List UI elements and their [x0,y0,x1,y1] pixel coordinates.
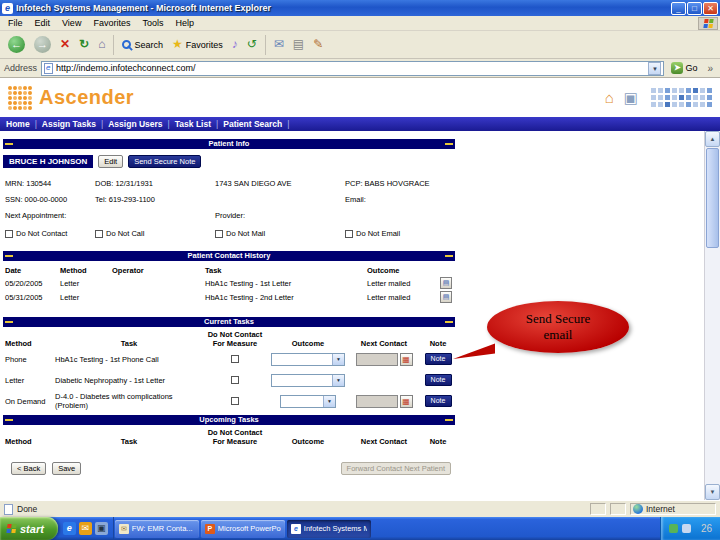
do-not-mail-checkbox[interactable] [215,230,223,238]
note-button[interactable]: Note [425,374,452,386]
menu-tools[interactable]: Tools [136,18,169,28]
next-contact-input[interactable] [356,353,398,366]
do-not-contact-checkbox[interactable] [5,230,13,238]
media-button[interactable]: ♪ [228,34,242,55]
home-button[interactable]: ⌂ [94,34,109,55]
note-button[interactable]: Note [425,395,452,407]
ie-quicklaunch-icon[interactable]: e [63,522,76,535]
maximize-button[interactable]: □ [687,2,702,15]
current-task-row: Phone HbA1c Testing - 1st Phone Call ▼ ▦… [3,349,455,369]
outcome-select[interactable]: ▼ [271,374,345,387]
zone-label: Internet [646,504,675,514]
print-button[interactable]: ▤ [289,34,308,55]
security-zone: Internet [630,503,716,515]
nav-task-list[interactable]: Task List [175,119,211,129]
outcome-select[interactable]: ▼ [280,395,336,408]
go-button[interactable]: ➤ Go [668,62,700,74]
menu-edit[interactable]: Edit [29,18,57,28]
callout-tail [453,339,495,359]
main-navigation: Home | Assign Tasks | Assign Users | Tas… [0,117,720,131]
scroll-down-button[interactable]: ▼ [705,484,720,500]
search-button[interactable]: Search [118,38,167,52]
menu-bar: File Edit View Favorites Tools Help [0,16,720,31]
note-button[interactable]: Note [425,353,452,365]
current-tasks-columns: Method Task Do Not Contact For Measure O… [3,330,455,348]
forward-contact-next-patient-button[interactable]: Forward Contact Next Patient [341,462,451,475]
history-note-button[interactable]: ▤ [440,291,452,303]
windows-logo [698,17,718,30]
scroll-up-button[interactable]: ▲ [705,131,720,147]
links-chevron[interactable]: » [704,63,716,74]
history-task: HbA1c Testing - 2nd Letter [205,293,367,302]
start-button[interactable]: start [0,517,58,540]
ie-icon: e [291,524,301,534]
menu-view[interactable]: View [56,18,87,28]
mail-button[interactable]: ✉ [270,34,288,55]
refresh-icon: ↻ [79,36,89,53]
upcoming-tasks-columns: Method Task Do Not Contact For Measure O… [3,428,455,446]
show-desktop-icon[interactable]: ▣ [95,522,108,535]
back-icon: ← [8,36,25,53]
next-contact-input[interactable] [356,395,398,408]
email-field: Email: [345,195,457,204]
forward-button[interactable]: → [30,34,55,55]
taskbar-window-mail[interactable]: ✉ FW: EMR Conta... [115,520,199,538]
back-button-page[interactable]: < Back [11,462,46,475]
do-not-call-checkbox[interactable] [95,230,103,238]
taskbar-window-infotech[interactable]: e Infotech Systems Ma... [287,520,371,538]
stop-button[interactable]: ✕ [56,34,74,55]
taskbar-window-powerpoint[interactable]: P Microsoft PowerPoint [201,520,285,538]
edit-button-toolbar[interactable]: ✎ [309,34,327,55]
history-note-button[interactable]: ▤ [440,277,452,289]
column-method: Method [5,339,55,348]
nav-assign-tasks[interactable]: Assign Tasks [42,119,96,129]
ascender-logo-icon [8,86,32,110]
favorites-button[interactable]: ★ Favorites [168,34,227,55]
task-method: Letter [5,376,55,385]
measure-checkbox[interactable] [231,355,239,363]
do-not-email-checkbox[interactable] [345,230,353,238]
measure-checkbox[interactable] [231,397,239,405]
nav-patient-search[interactable]: Patient Search [223,119,282,129]
windows-flag-icon [6,524,16,533]
menu-favorites[interactable]: Favorites [87,18,136,28]
scroll-thumb[interactable] [706,148,719,248]
address-input[interactable]: http://indemo.infotechconnect.com/ ▼ [41,61,664,76]
column-task: Task [55,437,203,446]
column-date: Date [5,266,60,275]
banner-window-icon[interactable]: ▣ [624,89,638,107]
vertical-scrollbar[interactable]: ▲ ▼ [704,131,720,500]
tray-icon[interactable] [669,524,678,533]
window-title: Infotech Systems Management - Microsoft … [16,3,671,13]
close-button[interactable]: ✕ [703,2,718,15]
menu-file[interactable]: File [2,18,29,28]
browser-window: e Infotech Systems Management - Microsof… [0,0,720,540]
column-method: Method [60,266,112,275]
refresh-button[interactable]: ↻ [75,34,93,55]
mail-quicklaunch-icon[interactable]: ✉ [79,522,92,535]
address-dropdown-button[interactable]: ▼ [648,62,661,75]
minimize-button[interactable]: _ [671,2,686,15]
column-task: Task [205,266,367,275]
nav-home[interactable]: Home [6,119,30,129]
calendar-button[interactable]: ▦ [400,353,413,366]
address-label: Address [4,63,37,73]
nav-assign-users[interactable]: Assign Users [108,119,162,129]
tray-icon[interactable] [682,524,691,533]
toolbar-separator [265,35,266,55]
edit-icon: ✎ [313,36,323,53]
ascender-logo-text: Ascender [39,86,134,109]
save-button[interactable]: Save [52,462,81,475]
history-button[interactable]: ↺ [243,34,261,55]
edit-button[interactable]: Edit [98,155,123,168]
calendar-button[interactable]: ▦ [400,395,413,408]
back-button[interactable]: ← [4,34,29,55]
banner-home-icon[interactable]: ⌂ [605,89,614,106]
column-outcome: Outcome [267,339,349,348]
outcome-select[interactable]: ▼ [271,353,345,366]
menu-help[interactable]: Help [169,18,200,28]
history-icon: ↺ [247,36,257,53]
address-field: 1743 SAN DIEGO AVE [215,179,345,188]
send-secure-note-button[interactable]: Send Secure Note [128,155,201,168]
measure-checkbox[interactable] [231,376,239,384]
